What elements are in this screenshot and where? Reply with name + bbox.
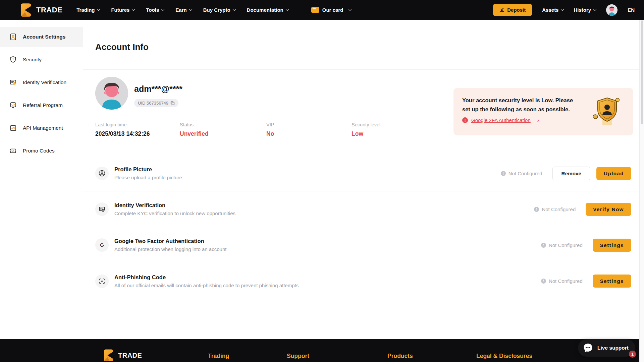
- nav-label: Documentation: [247, 7, 283, 13]
- stat-value: Low: [352, 130, 382, 137]
- row-texts: Google Two Factor Authentication Additio…: [114, 238, 226, 252]
- footer-col-trading[interactable]: Trading: [208, 353, 229, 360]
- chevron-down-icon: [97, 8, 100, 11]
- row-subtitle: Please upload a profile picture: [114, 175, 182, 180]
- footer-col-legal[interactable]: Legal & Disclosures: [476, 353, 532, 360]
- sidebar-item-account-settings[interactable]: Account Settings: [0, 27, 83, 47]
- sidebar-item-security[interactable]: Security: [0, 50, 83, 70]
- info-icon: !: [534, 207, 539, 212]
- card-icon: [311, 7, 319, 13]
- status-badge: ! Not Configured: [541, 278, 583, 284]
- row-texts: Anti-Phishing Code All of our official e…: [114, 274, 299, 288]
- id-badge-icon: [9, 33, 17, 41]
- settings-antiphishing-button[interactable]: Settings: [593, 275, 631, 288]
- chevron-down-icon: [348, 8, 352, 11]
- anti-phishing-icon: [95, 275, 109, 288]
- profile-picture-icon: [95, 167, 109, 180]
- unread-badge: 1: [629, 351, 636, 358]
- info-icon: !: [501, 171, 506, 176]
- ticket-percent-icon: [9, 147, 17, 155]
- sidebar-item-label: Promo Codes: [23, 148, 55, 154]
- stat-label: Security level:: [352, 122, 382, 127]
- sidebar-item-label: Identity Verification: [23, 79, 66, 85]
- status-text: Not Configured: [549, 278, 583, 284]
- nav-item-futures[interactable]: Futures: [111, 7, 135, 13]
- uid-badge[interactable]: UID 567356749: [134, 99, 178, 107]
- status-text: Not Configured: [542, 206, 576, 212]
- row-title: Identity Verification: [114, 202, 235, 208]
- nav-item-documentation[interactable]: Documentation: [247, 7, 288, 13]
- nav-label: Futures: [111, 7, 129, 13]
- main-content: Account Info adm***@**** UID 567356749 Y…: [83, 20, 644, 339]
- sidebar-item-label: Security: [23, 57, 42, 63]
- security-warning-text: Your account security level is Low. Plea…: [462, 96, 590, 114]
- live-support-label: Live support: [597, 345, 629, 351]
- live-support-widget[interactable]: Live support 1: [578, 339, 635, 357]
- sidebar-item-promo-codes[interactable]: Promo Codes: [0, 141, 83, 161]
- language-selector[interactable]: EN: [628, 7, 635, 13]
- scrollbar-track[interactable]: [639, 20, 644, 362]
- stat-label: Last login time:: [95, 122, 150, 127]
- google-2fa-link-row[interactable]: ! Google 2FA Authentication ›: [462, 117, 539, 123]
- api-box-icon: API: [9, 124, 17, 132]
- footer-brand-name: TRADE: [118, 352, 142, 359]
- google-2fa-link[interactable]: Google 2FA Authentication: [471, 117, 531, 123]
- trade-logo-icon: [21, 3, 33, 17]
- sidebar-item-api-management[interactable]: API API Management: [0, 118, 83, 138]
- nav-item-history[interactable]: History: [574, 7, 596, 13]
- sidebar-item-referral-program[interactable]: Referral Program: [0, 95, 83, 115]
- info-icon: !: [541, 243, 546, 248]
- scrollbar-thumb[interactable]: [641, 20, 643, 124]
- security-warning-card: Your account security level is Low. Plea…: [453, 88, 633, 135]
- footer-brand[interactable]: TRADE: [104, 349, 142, 361]
- nav-right: Deposit Assets History EN: [493, 4, 635, 16]
- divider: [83, 69, 644, 70]
- nav-label: Earn: [175, 7, 186, 13]
- user-avatar[interactable]: [606, 4, 618, 16]
- footer-col-products[interactable]: Products: [387, 353, 413, 360]
- identity-verification-icon: [95, 202, 109, 216]
- nav-item-trading[interactable]: Trading: [76, 7, 100, 13]
- stat-status: Status: Unverified: [180, 122, 209, 137]
- chevron-down-icon: [232, 8, 236, 11]
- nav-label: Buy Crypto: [203, 7, 230, 13]
- stat-security-level: Security level: Low: [352, 122, 382, 137]
- code-bubble-icon: [9, 101, 17, 109]
- nav-item-earn[interactable]: Earn: [175, 7, 192, 13]
- nav-label: Tools: [146, 7, 159, 13]
- row-title: Anti-Phishing Code: [114, 274, 299, 281]
- svg-text:API: API: [11, 127, 15, 129]
- uid-text: UID 567356749: [138, 101, 168, 106]
- nav-item-our-card[interactable]: Our card: [311, 7, 352, 13]
- settings-2fa-button[interactable]: Settings: [593, 239, 631, 252]
- chevron-down-icon: [561, 8, 564, 11]
- row-title: Profile Picture: [114, 166, 182, 173]
- copy-icon[interactable]: [170, 101, 175, 105]
- sidebar-item-identity-verification[interactable]: Identity Verification: [0, 72, 83, 93]
- upload-button[interactable]: Upload: [596, 167, 631, 180]
- deposit-button[interactable]: Deposit: [493, 4, 532, 16]
- chevron-down-icon: [285, 8, 289, 11]
- row-profile-picture: Profile Picture Please upload a profile …: [83, 156, 644, 191]
- stat-value: 2025/03/13 14:32:26: [95, 130, 150, 137]
- id-check-icon: [9, 78, 17, 86]
- row-subtitle: Additional protection when logging into …: [114, 246, 226, 252]
- top-navbar: TRADE Trading Futures Tools Earn Buy Cry…: [0, 0, 644, 20]
- nav-label: History: [574, 7, 591, 13]
- nav-label: Trading: [76, 7, 95, 13]
- nav-item-tools[interactable]: Tools: [146, 7, 164, 13]
- nav-item-buy-crypto[interactable]: Buy Crypto: [203, 7, 235, 13]
- alert-icon: !: [462, 117, 468, 123]
- verify-now-button[interactable]: Verify Now: [586, 203, 631, 216]
- status-text: Not Configured: [508, 171, 542, 176]
- brand-logo[interactable]: TRADE: [21, 3, 62, 17]
- google-auth-icon: G: [95, 238, 109, 252]
- info-icon: !: [541, 279, 546, 284]
- nav-item-assets[interactable]: Assets: [542, 7, 564, 13]
- remove-button[interactable]: Remove: [552, 167, 591, 180]
- row-subtitle: All of our official emails will contain …: [114, 283, 299, 288]
- settings-rows: Profile Picture Please upload a profile …: [83, 156, 644, 299]
- footer-col-support[interactable]: Support: [287, 353, 309, 360]
- trade-logo-icon: [104, 349, 115, 361]
- warning-line-2: set up the following as soon as possible…: [462, 106, 570, 112]
